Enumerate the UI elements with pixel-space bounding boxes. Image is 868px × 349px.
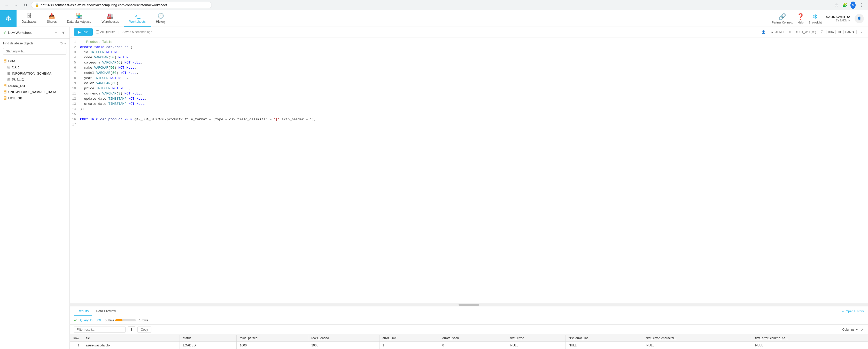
- star-button[interactable]: ☆: [833, 2, 840, 9]
- all-queries-checkbox[interactable]: All Queries: [96, 30, 116, 34]
- code-line-15: 15: [70, 112, 868, 117]
- refresh-db-button[interactable]: ↻: [60, 41, 63, 45]
- col-header-first-error-col: first_error_column_na...: [752, 335, 868, 342]
- db-icon-util: 🗄: [3, 96, 7, 100]
- toolbar-database[interactable]: BDA: [826, 30, 836, 34]
- schema-item-car[interactable]: ⊞ CAR: [0, 64, 69, 70]
- worksheet-options-button[interactable]: ▼: [60, 29, 66, 36]
- open-history-button[interactable]: ← Open History: [842, 310, 864, 313]
- sql-label: SQL: [96, 318, 102, 322]
- schema-item-public[interactable]: ⊞ PUBLIC: [0, 76, 69, 82]
- snowsight-action[interactable]: ❄ Snowsight: [809, 13, 822, 24]
- db-name-sample: SNOWFLAKE_SAMPLE_DATA: [8, 90, 57, 94]
- user-avatar: S: [850, 2, 856, 9]
- col-header-file: file: [83, 335, 180, 342]
- schema-name-public: PUBLIC: [12, 78, 24, 81]
- toolbar-more-button[interactable]: ⋯: [859, 29, 864, 35]
- download-button[interactable]: ⬇: [128, 326, 135, 333]
- header-right: 🔗 Partner Connect ❓ Help ❄ Snowsight SAU…: [772, 13, 868, 24]
- schema-item-information-schema[interactable]: ⊞ INFORMATION_SCHEMA: [0, 70, 69, 76]
- col-header-status: status: [180, 335, 237, 342]
- db-item-util[interactable]: 🗄 UTIL_DB: [0, 95, 69, 101]
- nav-item-worksheets-label: Worksheets: [129, 20, 146, 24]
- worksheets-icon: >_: [134, 13, 141, 19]
- nav-item-databases[interactable]: 🗄 Databases: [17, 10, 41, 27]
- nav-item-history[interactable]: 🕐 History: [151, 10, 171, 27]
- nav-item-data-marketplace[interactable]: 🏪 Data Marketplace: [62, 10, 96, 27]
- code-line-13: 13 create_date TIMESTAMP NOT NULL: [70, 101, 868, 107]
- time-bar-track: [115, 319, 136, 321]
- download-icon: ⬇: [130, 327, 133, 332]
- tab-results[interactable]: Results: [74, 306, 92, 316]
- snowflake-logo[interactable]: ❄: [0, 10, 17, 27]
- nav-item-warehouses[interactable]: 🏭 Warehouses: [96, 10, 124, 27]
- sql-link[interactable]: SQL: [96, 318, 102, 322]
- snowflake-icon: ❄: [5, 14, 11, 23]
- scroll-thumb[interactable]: [459, 304, 479, 306]
- line-num-2: 2: [70, 45, 80, 50]
- tab-data-preview[interactable]: Data Preview: [92, 306, 119, 316]
- db-item-demo[interactable]: 🗄 DEMO_DB: [0, 82, 69, 89]
- run-label: Run: [83, 30, 89, 34]
- data-marketplace-icon: 🏪: [76, 13, 83, 19]
- expand-button[interactable]: ⤢: [861, 327, 864, 332]
- user-role: SYSADMIN: [836, 19, 850, 22]
- back-button[interactable]: ←: [3, 2, 10, 9]
- col-header-first-error-char: first_error_character...: [643, 335, 752, 342]
- warehouses-icon: 🏭: [107, 13, 114, 19]
- collapse-db-button[interactable]: «: [64, 41, 66, 45]
- extensions-button[interactable]: 🧩: [841, 2, 848, 9]
- line-content-9: color VARCHAR(50),: [80, 81, 868, 86]
- db-item-bda[interactable]: 🗄 BDA: [0, 58, 69, 64]
- nav-item-worksheets[interactable]: >_ Worksheets: [124, 10, 151, 27]
- saved-time: Saved 5 seconds ago: [122, 30, 152, 34]
- user-avatar-header[interactable]: 👤: [855, 14, 864, 23]
- db-icon-bda: 🗄: [3, 59, 7, 63]
- search-input[interactable]: [3, 48, 66, 55]
- lock-icon: 🔒: [35, 3, 39, 7]
- filter-result-input[interactable]: [74, 326, 126, 333]
- copy-button[interactable]: Copy: [137, 326, 151, 333]
- columns-button[interactable]: Columns ▼: [842, 328, 859, 331]
- toolbar-role[interactable]: SYSADMIN: [768, 30, 786, 34]
- help-label: Help: [798, 21, 804, 24]
- code-editor[interactable]: 1 -- Product Table 2 create table car.pr…: [70, 37, 868, 303]
- query-id-link[interactable]: Query ID: [80, 318, 92, 322]
- address-bar[interactable]: 🔒 ph21638.southeast-asia.azure.snowflake…: [31, 2, 212, 8]
- nav-item-databases-label: Databases: [22, 20, 36, 24]
- menu-button[interactable]: ⋮: [858, 2, 865, 9]
- worksheet-toolbar: ▶ Run All Queries | Saved 5 seconds ago …: [70, 27, 868, 37]
- all-queries-input[interactable]: [96, 31, 99, 34]
- new-worksheet-button[interactable]: ✔ New Worksheet: [3, 30, 51, 35]
- cell-first-error-line: NULL: [565, 342, 643, 349]
- toolbar-schema-icon: ⊞: [838, 30, 841, 34]
- time-bar-fill: [115, 319, 122, 321]
- line-num-3: 3: [70, 50, 80, 55]
- toolbar-right: 👤 SYSADMIN ⊞ #BDA_WH (XS) 🗄 BDA ⊞ CAR▼ ⋯: [762, 29, 864, 35]
- profile-button[interactable]: S: [849, 2, 857, 9]
- help-action[interactable]: ❓ Help: [797, 13, 804, 24]
- toolbar-schema[interactable]: CAR▼: [843, 30, 857, 34]
- line-num-10: 10: [70, 86, 80, 91]
- results-table-body: 1 azure://azbda.blo... LOADED 1000 1000 …: [70, 342, 868, 349]
- reload-button[interactable]: ↻: [22, 2, 29, 9]
- db-name-demo: DEMO_DB: [8, 84, 25, 88]
- line-content-6: make VARCHAR(50) NOT NULL,: [80, 65, 868, 70]
- code-line-16: 16 COPY INTO car.product FROM @AZ_BDA_ST…: [70, 117, 868, 122]
- add-worksheet-button[interactable]: ＋: [53, 29, 59, 36]
- tab-results-label: Results: [78, 309, 89, 313]
- toolbar-warehouse[interactable]: #BDA_WH (XS): [794, 30, 818, 34]
- nav-item-data-marketplace-label: Data Marketplace: [67, 20, 91, 24]
- col-header-rows-parsed: rows_parsed: [237, 335, 308, 342]
- partner-connect-action[interactable]: 🔗 Partner Connect: [772, 13, 793, 24]
- all-queries-label: All Queries: [100, 30, 116, 34]
- scrollbar-area[interactable]: [70, 303, 868, 306]
- forward-button[interactable]: →: [12, 2, 20, 9]
- db-name-bda: BDA: [8, 59, 16, 63]
- db-item-sample[interactable]: 🗄 SNOWFLAKE_SAMPLE_DATA: [0, 89, 69, 95]
- nav-item-shares[interactable]: 📤 Shares: [41, 10, 62, 27]
- run-button[interactable]: ▶ Run: [74, 28, 93, 36]
- cell-first-error-char: NULL: [643, 342, 752, 349]
- content-area: ▶ Run All Queries | Saved 5 seconds ago …: [70, 27, 868, 349]
- find-db-label: Find database objects ↻ «: [3, 41, 66, 45]
